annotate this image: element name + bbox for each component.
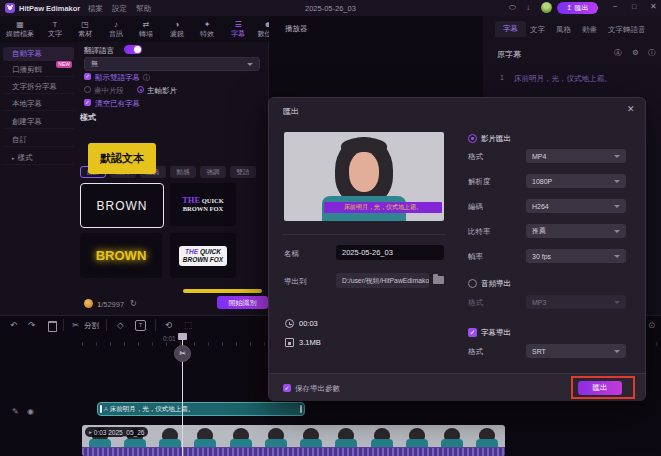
preset-partial	[183, 289, 262, 293]
maximize-button[interactable]: □	[632, 3, 636, 10]
sidebar-item-text-split[interactable]: 文字拆分字幕	[3, 80, 74, 94]
framerate-select[interactable]: 30 fps	[526, 249, 626, 263]
tab-animation[interactable]: 動畫	[582, 25, 597, 35]
sidebar-item-custom[interactable]: 自訂	[3, 133, 74, 147]
eye-icon[interactable]: ◉	[27, 407, 34, 416]
toolbar-stickers[interactable]: ◳ 素材	[70, 18, 100, 40]
toolbar-media[interactable]: ▦ 媒體檔案	[2, 18, 38, 40]
feedback-icon[interactable]: ⬭	[509, 3, 516, 13]
mask-icon[interactable]: ◇	[117, 320, 124, 330]
playhead-split-button[interactable]: ✂	[174, 345, 191, 362]
app-window: HitPaw Edimakor 檔案 設定 幫助 2025-05-26_03 ⬭…	[0, 0, 661, 456]
format-select[interactable]: MP4	[526, 149, 626, 163]
tab-subtitles[interactable]: 字幕	[495, 21, 526, 37]
rotate-icon[interactable]: ⟲	[165, 320, 172, 330]
pip-radio[interactable]	[84, 86, 91, 93]
toolbar-audio[interactable]: ♪ 音訊	[101, 18, 131, 40]
info-icon[interactable]: ⓘ	[648, 48, 656, 58]
info-icon: ⓘ	[143, 73, 150, 83]
subtitle-export-label: 字幕導出	[481, 328, 511, 338]
preview-person-face	[349, 152, 379, 192]
sidebar-item-styles[interactable]: ▸樣式	[3, 151, 74, 165]
keyframe-icon[interactable]: ⊙	[648, 320, 655, 330]
refresh-icon[interactable]: ↻	[130, 299, 137, 308]
save-params-label: 保存導出參數	[295, 384, 340, 394]
save-params-checkbox[interactable]	[283, 384, 291, 392]
style-tab-emphasis[interactable]: 強調	[200, 166, 226, 178]
new-badge: NEW	[56, 61, 72, 68]
split-scissors-icon[interactable]: ✂	[72, 320, 79, 330]
subtitle-export-checkbox[interactable]	[468, 328, 477, 337]
audio-icon: ♪	[114, 20, 118, 29]
language-select[interactable]: 無	[84, 57, 260, 71]
toolbar-effects[interactable]: ✦ 特效	[192, 18, 222, 40]
bitrate-select[interactable]: 推薦	[526, 224, 626, 238]
video-export-label: 影片匯出	[481, 134, 511, 144]
export-path-input[interactable]: D:/user/視頻/HitPawEdimakor	[336, 273, 429, 288]
preset-brown-glow[interactable]: BROWN	[80, 233, 162, 278]
main-track-radio[interactable]	[137, 86, 144, 93]
sidebar-item-create-subtitle[interactable]: 創建字幕	[3, 115, 74, 129]
original-subtitle-header: 原字幕	[497, 49, 521, 60]
app-logo-icon	[5, 3, 15, 13]
subtitle-format-select[interactable]: SRT	[526, 344, 626, 358]
coin-icon	[84, 299, 93, 308]
download-icon[interactable]: ↓	[526, 3, 530, 13]
video-export-radio[interactable]	[468, 134, 477, 143]
preset-default-text[interactable]: 默認文本	[88, 143, 156, 174]
style-tab-dynamic[interactable]: 動感	[170, 166, 196, 178]
close-button[interactable]: ✕	[650, 2, 657, 11]
bilingual-checkbox[interactable]	[84, 73, 91, 80]
clear-subtitle-checkbox[interactable]	[84, 99, 91, 106]
toolbar-transitions[interactable]: ⇄ 轉場	[131, 18, 161, 40]
toolbar-subtitles[interactable]: ☰ 字幕	[223, 18, 253, 40]
minimize-button[interactable]: −	[613, 2, 618, 11]
subtitle-left-panel: 自動字幕 口播剪輯NEW 文字拆分字幕 本地字幕 創建字幕 自訂 ▸樣式 翻譯語…	[0, 42, 269, 315]
subtitle-row-text[interactable]: 床前明月，光，仪式地上霜。	[514, 74, 612, 84]
menu-file[interactable]: 檔案	[88, 4, 103, 14]
subtitle-clip[interactable]: A 床前明月，光，仪式地上霜。	[97, 402, 305, 416]
export-name-input[interactable]: 2025-05-26_03	[336, 245, 444, 260]
preset-brown-outline[interactable]: BROWN	[80, 183, 164, 228]
toolbar-filters[interactable]: ◑ 濾鏡	[162, 18, 192, 40]
preset-white-box[interactable]: THE QUICK BROWN FOX	[170, 233, 236, 278]
audio-export-label: 音頻導出	[481, 279, 511, 289]
folder-icon[interactable]	[433, 276, 444, 284]
dialog-export-button[interactable]: 匯出	[578, 381, 622, 395]
sidebar-item-auto-subtitle[interactable]: 自動字幕	[3, 47, 74, 61]
name-label: 名稱	[284, 249, 299, 259]
add-text-icon[interactable]: T	[135, 320, 146, 331]
undo-icon[interactable]: ↶	[10, 320, 17, 330]
crop-icon[interactable]: ⬚	[184, 320, 192, 330]
menu-settings[interactable]: 設定	[112, 4, 127, 14]
tab-tts[interactable]: 文字轉語音	[608, 25, 646, 35]
codec-select[interactable]: H264	[526, 199, 626, 213]
tab-style[interactable]: 風格	[556, 25, 571, 35]
credits-counter: 1/52997	[97, 300, 124, 309]
effects-icon: ✦	[204, 20, 211, 29]
user-avatar[interactable]	[541, 2, 552, 13]
sidebar-item-local-subtitle[interactable]: 本地字幕	[3, 97, 74, 111]
toolbar-text[interactable]: T 文字	[40, 18, 70, 40]
audio-export-radio[interactable]	[468, 279, 477, 288]
gear-icon[interactable]: ⚙	[632, 48, 639, 57]
redo-icon[interactable]: ↷	[28, 320, 35, 330]
trash-icon[interactable]	[48, 321, 57, 332]
dialog-close-icon[interactable]: ✕	[627, 104, 635, 114]
titlebar-export-button[interactable]: ↥ 匯出	[557, 2, 598, 14]
style-tab-bilingual[interactable]: 雙語	[230, 166, 256, 178]
translate-toggle[interactable]	[124, 45, 142, 54]
playhead-handle[interactable]	[178, 333, 187, 340]
audio-waveform	[82, 447, 505, 456]
tab-text[interactable]: 文字	[530, 25, 545, 35]
duration-value: 00:03	[299, 319, 318, 328]
auto-translate-icon[interactable]: Ⓐ	[614, 48, 622, 58]
export-arrow-icon: ↥	[567, 4, 573, 12]
resolution-select[interactable]: 1080P	[526, 174, 626, 188]
split-label[interactable]: 分割	[84, 321, 99, 331]
sidebar-item-speech-clip[interactable]: 口播剪輯NEW	[3, 63, 74, 77]
menu-help[interactable]: 幫助	[136, 4, 151, 14]
pen-icon[interactable]: ✎	[12, 407, 19, 416]
preset-serif-purple[interactable]: THE QUICK BROWN FOX	[170, 183, 236, 226]
start-recognition-button[interactable]: 開始識別	[217, 296, 268, 309]
